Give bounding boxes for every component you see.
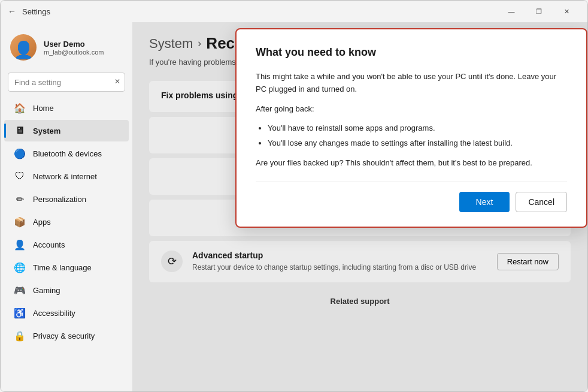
sidebar-item-personalization[interactable]: ✏ Personalization	[4, 188, 129, 210]
system-icon: 🖥	[14, 125, 26, 137]
dialog: What you need to know This might take a …	[235, 28, 587, 228]
search-box: ✕	[8, 73, 125, 92]
sidebar-label-accounts: Accounts	[33, 240, 65, 249]
cancel-button[interactable]: Cancel	[516, 192, 567, 212]
sidebar-label-bluetooth: Bluetooth & devices	[33, 149, 102, 158]
accounts-icon: 👤	[14, 239, 26, 251]
window-title: Settings	[22, 7, 50, 16]
apps-icon: 📦	[14, 216, 26, 228]
window-controls: — ❐ ✕	[498, 2, 580, 20]
dialog-bullet1: You'll have to reinstall some apps and p…	[268, 122, 567, 135]
back-icon[interactable]: ←	[8, 7, 16, 16]
search-clear-icon[interactable]: ✕	[114, 77, 120, 86]
settings-window: ← Settings — ❐ ✕ 👤 User Demo m_lab@outlo…	[0, 0, 588, 392]
gaming-icon: 🎮	[14, 284, 26, 296]
dialog-para3: Are your files backed up? This shouldn't…	[256, 157, 567, 170]
sidebar-item-bluetooth[interactable]: 🔵 Bluetooth & devices	[4, 143, 129, 164]
sidebar-label-time: Time & language	[33, 263, 92, 272]
main-panel: System › Recovery If you're having probl…	[132, 22, 587, 391]
dialog-title: What you need to know	[256, 46, 567, 59]
sidebar-item-accounts[interactable]: 👤 Accounts	[4, 234, 129, 255]
sidebar-label-apps: Apps	[33, 218, 51, 227]
user-card[interactable]: 👤 User Demo m_lab@outlook.com	[1, 27, 132, 70]
network-icon: 🛡	[14, 170, 26, 182]
accessibility-icon: ♿	[14, 307, 26, 319]
dialog-para2-heading: After going back:	[256, 103, 567, 116]
sidebar-item-time[interactable]: 🌐 Time & language	[4, 257, 129, 278]
personalization-icon: ✏	[14, 193, 26, 205]
dialog-body: This might take a while and you won't be…	[256, 71, 567, 170]
sidebar: 👤 User Demo m_lab@outlook.com ✕ 🏠 Home 🖥…	[1, 22, 132, 391]
close-button[interactable]: ✕	[553, 2, 580, 20]
maximize-button[interactable]: ❐	[525, 2, 553, 20]
sidebar-item-privacy[interactable]: 🔒 Privacy & security	[4, 325, 129, 346]
time-icon: 🌐	[14, 261, 26, 273]
sidebar-label-system: System	[33, 126, 60, 135]
search-input[interactable]	[8, 73, 125, 92]
sidebar-label-gaming: Gaming	[33, 286, 60, 295]
sidebar-label-personalization: Personalization	[33, 195, 86, 204]
sidebar-item-apps[interactable]: 📦 Apps	[4, 211, 129, 233]
next-button[interactable]: Next	[459, 192, 510, 212]
user-name: User Demo	[44, 40, 104, 49]
sidebar-label-privacy: Privacy & security	[33, 331, 95, 340]
sidebar-item-network[interactable]: 🛡 Network & internet	[4, 165, 129, 187]
home-icon: 🏠	[14, 102, 26, 114]
titlebar: ← Settings — ❐ ✕	[1, 1, 587, 22]
user-info: User Demo m_lab@outlook.com	[44, 40, 104, 56]
bluetooth-icon: 🔵	[14, 147, 26, 159]
sidebar-label-network: Network & internet	[33, 172, 97, 181]
dialog-divider	[256, 182, 567, 182]
sidebar-item-system[interactable]: 🖥 System	[4, 120, 129, 141]
avatar-image: 👤	[13, 40, 34, 60]
sidebar-item-gaming[interactable]: 🎮 Gaming	[4, 279, 129, 301]
sidebar-label-home: Home	[33, 104, 54, 113]
sidebar-label-accessibility: Accessibility	[33, 309, 75, 318]
dialog-bullet2: You'll lose any changes made to settings…	[268, 137, 567, 150]
titlebar-left: ← Settings	[8, 7, 50, 16]
dialog-footer: Next Cancel	[256, 192, 567, 212]
sidebar-item-home[interactable]: 🏠 Home	[4, 97, 129, 119]
main-content: 👤 User Demo m_lab@outlook.com ✕ 🏠 Home 🖥…	[1, 22, 587, 391]
dialog-overlay: What you need to know This might take a …	[132, 22, 587, 391]
sidebar-item-accessibility[interactable]: ♿ Accessibility	[4, 302, 129, 324]
dialog-para1: This might take a while and you won't be…	[256, 71, 567, 96]
minimize-button[interactable]: —	[498, 2, 525, 20]
avatar: 👤	[10, 34, 37, 61]
user-email: m_lab@outlook.com	[44, 49, 104, 56]
privacy-icon: 🔒	[14, 330, 26, 342]
dialog-list: You'll have to reinstall some apps and p…	[268, 122, 567, 150]
